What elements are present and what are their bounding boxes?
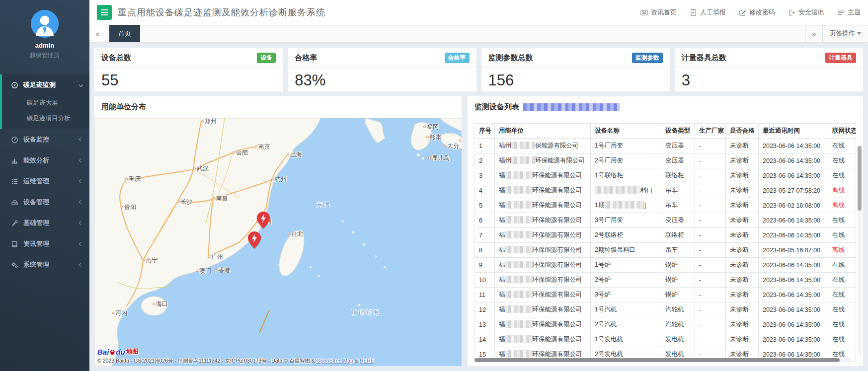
cell-device-type: 发电机 [661,332,695,347]
cell-qualified: 未诊断 [726,332,759,347]
cell-company: 福环保能源有限公司 [495,183,591,198]
cell-index: 13 [475,317,495,332]
sidebar-item-news-management[interactable]: 资讯管理 [0,233,89,254]
sidebar-item-operation-management[interactable]: 运维管理 [0,171,89,192]
cell-device-type: 吊车 [661,183,695,198]
tab-operations-dropdown[interactable]: 页签操作 [822,25,868,42]
cell-net-status: 在线 [828,228,856,243]
cell-qualified: 未诊断 [726,243,759,258]
status-badge: 合格率 [445,53,470,63]
sidebar-item-carbon-project-analysis[interactable]: 碳足迹项目分析 [2,111,89,126]
city-label: 重庆 [125,175,141,183]
table-row[interactable]: 11福环保能源有限公司3号炉锅炉-未诊断2023-06-06 14:35:00在… [475,288,856,302]
cell-device-name: 2期垃圾吊料口 [591,243,661,258]
cell-company: 福环保能源有限公司 [495,213,591,228]
vertical-scrollbar-thumb[interactable] [858,146,862,211]
city-label: 海口 [153,300,168,308]
avatar[interactable] [31,10,59,38]
cell-qualified: 未诊断 [726,153,759,168]
menu-label: 系统管理 [23,260,49,269]
table-row[interactable]: 9福环保能源有限公司1号炉锅炉-未诊断2023-06-06 14:35:00在线 [475,258,856,273]
redacted-text [523,103,620,111]
tab-home[interactable]: 首页 [109,25,140,42]
lightning-pin-icon [248,231,261,248]
cell-last-time: 2023-06-06 14:35:00 [759,139,828,153]
tabs-scroll-right-button[interactable]: » [805,25,822,42]
baidu-logo: Bai du 地图 [97,348,139,356]
sidebar-item-device-management[interactable]: 设备管理 [0,192,89,213]
here-link[interactable]: HERE [360,358,374,364]
tabs-scroll-left-button[interactable]: « [89,25,106,42]
horizontal-scrollbar-thumb[interactable] [474,358,840,362]
cell-qualified: 未诊断 [726,183,759,198]
city-dot-icon [423,126,426,128]
redacted-text [505,305,533,313]
city-dot-icon [201,120,204,123]
table-row[interactable]: 13福环保能源有限公司2号汽机汽轮机-未诊断2023-06-06 14:35:0… [475,317,856,332]
cell-index: 12 [475,302,495,317]
nav-news-home[interactable]: 资讯首页 [640,8,677,17]
table-row[interactable]: 7福环保能源有限公司2号联络柜联络柜-未诊断2023-06-06 14:35:0… [475,228,856,243]
table-row[interactable]: 3福环保能源有限公司1号联络柜联络柜-未诊断2023-06-06 14:35:0… [475,168,856,183]
cell-vendor: - [695,213,726,228]
energy-site-marker[interactable] [257,212,270,228]
sidebar-item-carbon-footprint-monitor[interactable]: 碳足迹监测 [2,74,89,95]
cell-vendor: - [695,228,726,243]
map[interactable]: 郑州南京合肥上海武汉杭州南昌长沙重庆贵阳福州台北广州南宁澳门香港海口河内福冈熊本… [94,118,462,366]
sidebar-item-energy-analysis[interactable]: 能效分析 [0,150,89,171]
city-dot-icon [125,178,128,180]
table-row[interactable]: 6福环保能源有限公司3号厂用变变压器-未诊断2023-06-06 14:35:0… [475,213,856,228]
cell-device-type: 汽轮机 [661,317,695,332]
cell-index: 6 [475,213,495,228]
table-row[interactable]: 10福环保能源有限公司2号炉锅炉-未诊断2023-06-06 14:35:00在… [475,273,856,288]
cell-vendor: - [695,168,726,183]
energy-site-marker[interactable] [248,231,261,248]
hdd-icon [11,199,18,206]
table-row[interactable]: 8福环保能源有限公司2期垃圾吊料口吊车-未诊断2023-06-05 16:07:… [475,243,856,258]
chevron-down-icon [79,83,83,87]
cell-net-status: 在线 [828,273,856,288]
nav-logout[interactable]: 安全退出 [788,8,824,17]
column-header: 是否合格 [726,124,759,139]
cell-device-name: 1期] [591,198,661,213]
column-header: 联网状态 [828,124,856,139]
sidebar-item-system-management[interactable]: 系统管理 [0,254,89,275]
city-dot-icon [196,270,198,272]
cell-company: 福环保能源有限公司 [495,228,591,243]
stat-card-pass-rate: 合格率 合格率 83% [288,48,476,91]
cell-company: 福环保能源有限公司 [495,302,591,317]
table-row[interactable]: 2福州环保能源有限公司2号厂用变变压器-未诊断2023-06-06 14:35:… [475,153,856,168]
cell-qualified: 未诊断 [726,168,759,183]
status-badge: 设备 [257,53,276,63]
table-row[interactable]: 14福环保能源有限公司1号发电机发电机-未诊断2023-06-06 14:35:… [475,332,856,347]
redacted-text [604,201,644,209]
nav-change-password[interactable]: 修改密码 [739,8,775,17]
cell-vendor: - [695,288,726,302]
sidebar-toggle-button[interactable] [97,5,112,20]
page-title: 重点用能设备碳足迹监测及能效分析诊断服务系统 [118,6,325,18]
city-dot-icon [121,206,123,209]
chevron-left-icon [79,158,83,162]
city-dot-icon [428,157,431,159]
table-row[interactable]: 4福环保能源有限公司料口吊车-未诊断2023-05-27 07:58:20离线 [475,183,856,198]
sidebar-item-carbon-bigscreen[interactable]: 碳足迹大屏 [2,95,89,111]
cell-last-time: 2023-06-06 14:35:00 [759,258,828,273]
cell-device-name: 1号汽机 [591,302,661,317]
city-label: 合肥 [233,148,248,157]
sidebar-item-basic-management[interactable]: 基础管理 [0,213,89,233]
table-row[interactable]: 12福环保能源有限公司1号汽机汽轮机-未诊断2023-06-06 14:35:0… [475,302,856,317]
nav-theme[interactable]: 主题 [837,8,861,17]
nav-manual-report[interactable]: 人工填报 [690,8,726,17]
table-row[interactable]: 1福州保能源有限公司1号厂用变变压器-未诊断2023-06-06 14:35:0… [475,139,856,153]
cell-company: 福环保能源有限公司 [495,258,591,273]
cell-net-status: 在线 [828,302,856,317]
table-row[interactable]: 5福环保能源有限公司1期]吊车-未诊断2023-06-02 16:08:00离线 [475,198,856,213]
sidebar-item-device-monitor[interactable]: 设备监控 [0,129,89,150]
city-dot-icon [112,312,114,314]
city-dot-icon [271,178,274,181]
map-panel-title: 用能单位分布 [94,96,462,118]
column-header: 设备类型 [661,124,695,139]
city-dot-icon [459,140,461,142]
osm-link[interactable]: OpenStreetMap [316,358,353,364]
chevron-left-icon [79,200,83,204]
